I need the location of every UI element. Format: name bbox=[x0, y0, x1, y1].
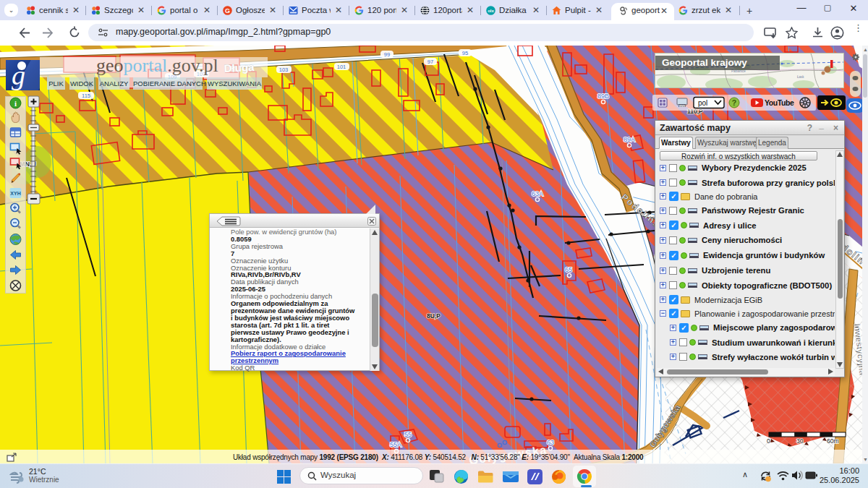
svg-text:55A: 55A bbox=[390, 441, 401, 448]
svg-text:99: 99 bbox=[384, 51, 390, 58]
svg-text:65: 65 bbox=[565, 266, 572, 273]
svg-text:103: 103 bbox=[279, 67, 289, 73]
svg-text:63: 63 bbox=[547, 439, 554, 446]
svg-text:i: i bbox=[14, 99, 17, 108]
svg-text:30: 30 bbox=[796, 437, 804, 445]
svg-text:WMS: WMS bbox=[679, 105, 686, 108]
svg-text:G: G bbox=[225, 7, 230, 14]
svg-text:115: 115 bbox=[82, 93, 90, 99]
svg-text:101: 101 bbox=[337, 64, 346, 70]
svg-text:97: 97 bbox=[427, 59, 433, 65]
svg-text:60m: 60m bbox=[827, 437, 839, 445]
svg-text:pol: pol bbox=[698, 99, 707, 107]
svg-text:?: ? bbox=[732, 98, 736, 107]
svg-text:0: 0 bbox=[767, 437, 770, 445]
svg-text:89B: 89B bbox=[597, 93, 609, 100]
svg-text:olx: olx bbox=[488, 9, 494, 13]
svg-text:95: 95 bbox=[462, 50, 468, 56]
svg-text:8U,P: 8U,P bbox=[427, 312, 441, 320]
svg-text:89A: 89A bbox=[624, 136, 635, 143]
svg-text:63A: 63A bbox=[532, 190, 543, 197]
svg-text:YouTube: YouTube bbox=[765, 98, 794, 107]
svg-text:XYH: XYH bbox=[10, 191, 20, 196]
svg-text:Łask: Łask bbox=[797, 75, 804, 79]
svg-text:55: 55 bbox=[404, 431, 412, 438]
